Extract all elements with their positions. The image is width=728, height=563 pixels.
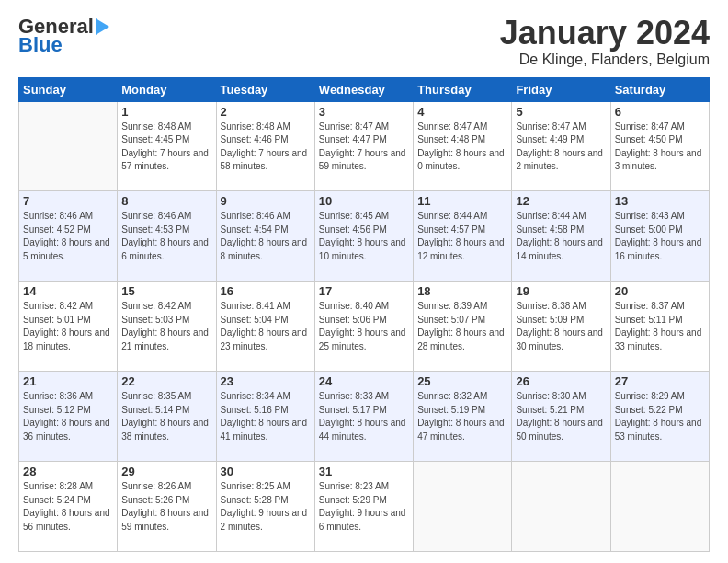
day-number: 11 <box>417 194 507 208</box>
day-number: 20 <box>615 284 705 298</box>
day-number: 1 <box>121 105 211 119</box>
day-number: 7 <box>23 194 113 208</box>
calendar-cell: 8 Sunrise: 8:46 AMSunset: 4:53 PMDayligh… <box>118 191 216 282</box>
calendar-cell: 7 Sunrise: 8:46 AMSunset: 4:52 PMDayligh… <box>19 191 118 282</box>
calendar-title: January 2024 <box>500 15 710 52</box>
calendar-cell: 12 Sunrise: 8:44 AMSunset: 4:58 PMDaylig… <box>512 191 610 282</box>
day-number: 2 <box>221 105 311 119</box>
calendar-cell: 22 Sunrise: 8:35 AMSunset: 5:14 PMDaylig… <box>118 372 216 462</box>
header: General Blue January 2024 De Klinge, Fla… <box>18 15 710 68</box>
day-number: 28 <box>23 465 113 478</box>
day-info: Sunrise: 8:46 AMSunset: 4:54 PMDaylight:… <box>221 211 308 261</box>
day-info: Sunrise: 8:32 AMSunset: 5:19 PMDaylight:… <box>417 391 505 442</box>
calendar-cell: 25 Sunrise: 8:32 AMSunset: 5:19 PMDaylig… <box>414 372 512 462</box>
calendar-week-row: 21 Sunrise: 8:36 AMSunset: 5:12 PMDaylig… <box>19 372 710 462</box>
day-number: 8 <box>121 194 211 208</box>
day-number: 13 <box>615 194 705 208</box>
day-number: 14 <box>23 284 113 298</box>
calendar-body: 1 Sunrise: 8:48 AMSunset: 4:45 PMDayligh… <box>19 101 710 551</box>
day-info: Sunrise: 8:45 AMSunset: 4:56 PMDaylight:… <box>319 211 406 261</box>
calendar-cell: 5 Sunrise: 8:47 AMSunset: 4:49 PMDayligh… <box>512 101 610 191</box>
calendar-cell <box>19 101 118 191</box>
day-number: 21 <box>23 374 113 388</box>
day-info: Sunrise: 8:37 AMSunset: 5:11 PMDaylight:… <box>615 301 702 351</box>
day-number: 4 <box>417 105 507 119</box>
day-number: 27 <box>615 374 705 388</box>
day-number: 26 <box>516 374 606 388</box>
day-info: Sunrise: 8:29 AMSunset: 5:22 PMDaylight:… <box>615 391 702 442</box>
calendar-cell: 20 Sunrise: 8:37 AMSunset: 5:11 PMDaylig… <box>610 282 709 372</box>
day-info: Sunrise: 8:39 AMSunset: 5:07 PMDaylight:… <box>417 301 505 351</box>
day-number: 12 <box>516 194 606 208</box>
calendar-cell: 11 Sunrise: 8:44 AMSunset: 4:57 PMDaylig… <box>414 191 512 282</box>
calendar-cell <box>610 462 709 552</box>
day-info: Sunrise: 8:44 AMSunset: 4:57 PMDaylight:… <box>417 211 505 261</box>
day-number: 23 <box>221 374 311 388</box>
day-info: Sunrise: 8:35 AMSunset: 5:14 PMDaylight:… <box>121 391 209 442</box>
calendar-cell <box>512 462 610 552</box>
calendar-cell: 29 Sunrise: 8:26 AMSunset: 5:26 PMDaylig… <box>118 462 216 552</box>
calendar-cell: 10 Sunrise: 8:45 AMSunset: 4:56 PMDaylig… <box>314 191 413 282</box>
day-number: 18 <box>417 284 507 298</box>
day-number: 10 <box>319 194 409 208</box>
day-info: Sunrise: 8:40 AMSunset: 5:06 PMDaylight:… <box>319 301 406 351</box>
calendar-subtitle: De Klinge, Flanders, Belgium <box>500 52 710 68</box>
calendar-cell: 31 Sunrise: 8:23 AMSunset: 5:29 PMDaylig… <box>314 462 413 552</box>
calendar-cell <box>414 462 512 552</box>
day-number: 9 <box>221 194 311 208</box>
day-number: 3 <box>319 105 409 119</box>
day-number: 17 <box>319 284 409 298</box>
day-info: Sunrise: 8:46 AMSunset: 4:52 PMDaylight:… <box>23 211 110 261</box>
calendar-cell: 16 Sunrise: 8:41 AMSunset: 5:04 PMDaylig… <box>216 282 314 372</box>
day-info: Sunrise: 8:47 AMSunset: 4:50 PMDaylight:… <box>615 121 702 172</box>
page: General Blue January 2024 De Klinge, Fla… <box>0 0 728 563</box>
calendar-cell: 26 Sunrise: 8:30 AMSunset: 5:21 PMDaylig… <box>512 372 610 462</box>
calendar-cell: 19 Sunrise: 8:38 AMSunset: 5:09 PMDaylig… <box>512 282 610 372</box>
day-info: Sunrise: 8:43 AMSunset: 5:00 PMDaylight:… <box>615 211 702 261</box>
day-info: Sunrise: 8:26 AMSunset: 5:26 PMDaylight:… <box>121 481 209 532</box>
calendar-cell: 15 Sunrise: 8:42 AMSunset: 5:03 PMDaylig… <box>118 282 216 372</box>
th-wednesday: Wednesday <box>314 77 413 101</box>
day-number: 30 <box>221 465 311 478</box>
calendar-cell: 1 Sunrise: 8:48 AMSunset: 4:45 PMDayligh… <box>118 101 216 191</box>
day-info: Sunrise: 8:44 AMSunset: 4:58 PMDaylight:… <box>516 211 603 261</box>
day-number: 29 <box>121 465 211 478</box>
calendar-cell: 3 Sunrise: 8:47 AMSunset: 4:47 PMDayligh… <box>314 101 413 191</box>
day-info: Sunrise: 8:46 AMSunset: 4:53 PMDaylight:… <box>121 211 209 261</box>
header-row: Sunday Monday Tuesday Wednesday Thursday… <box>19 77 710 101</box>
calendar-cell: 21 Sunrise: 8:36 AMSunset: 5:12 PMDaylig… <box>19 372 118 462</box>
day-number: 22 <box>121 374 211 388</box>
calendar-cell: 4 Sunrise: 8:47 AMSunset: 4:48 PMDayligh… <box>414 101 512 191</box>
calendar-week-row: 14 Sunrise: 8:42 AMSunset: 5:01 PMDaylig… <box>19 282 710 372</box>
th-thursday: Thursday <box>414 77 512 101</box>
calendar-cell: 13 Sunrise: 8:43 AMSunset: 5:00 PMDaylig… <box>610 191 709 282</box>
day-info: Sunrise: 8:48 AMSunset: 4:45 PMDaylight:… <box>121 121 209 172</box>
calendar-week-row: 1 Sunrise: 8:48 AMSunset: 4:45 PMDayligh… <box>19 101 710 191</box>
day-info: Sunrise: 8:23 AMSunset: 5:29 PMDaylight:… <box>319 481 406 532</box>
th-friday: Friday <box>512 77 610 101</box>
day-number: 15 <box>121 284 211 298</box>
th-sunday: Sunday <box>19 77 118 101</box>
calendar-cell: 30 Sunrise: 8:25 AMSunset: 5:28 PMDaylig… <box>216 462 314 552</box>
day-info: Sunrise: 8:47 AMSunset: 4:48 PMDaylight:… <box>417 121 505 172</box>
th-monday: Monday <box>118 77 216 101</box>
calendar-cell: 14 Sunrise: 8:42 AMSunset: 5:01 PMDaylig… <box>19 282 118 372</box>
day-info: Sunrise: 8:28 AMSunset: 5:24 PMDaylight:… <box>23 481 110 532</box>
day-info: Sunrise: 8:25 AMSunset: 5:28 PMDaylight:… <box>221 481 308 532</box>
day-number: 5 <box>516 105 606 119</box>
calendar-cell: 9 Sunrise: 8:46 AMSunset: 4:54 PMDayligh… <box>216 191 314 282</box>
calendar-cell: 23 Sunrise: 8:34 AMSunset: 5:16 PMDaylig… <box>216 372 314 462</box>
day-number: 25 <box>417 374 507 388</box>
calendar-cell: 2 Sunrise: 8:48 AMSunset: 4:46 PMDayligh… <box>216 101 314 191</box>
day-info: Sunrise: 8:41 AMSunset: 5:04 PMDaylight:… <box>221 301 308 351</box>
day-number: 16 <box>221 284 311 298</box>
calendar-cell: 28 Sunrise: 8:28 AMSunset: 5:24 PMDaylig… <box>19 462 118 552</box>
calendar-cell: 24 Sunrise: 8:33 AMSunset: 5:17 PMDaylig… <box>314 372 413 462</box>
title-block: January 2024 De Klinge, Flanders, Belgiu… <box>500 15 710 68</box>
day-info: Sunrise: 8:36 AMSunset: 5:12 PMDaylight:… <box>23 391 110 442</box>
day-info: Sunrise: 8:33 AMSunset: 5:17 PMDaylight:… <box>319 391 406 442</box>
day-info: Sunrise: 8:47 AMSunset: 4:47 PMDaylight:… <box>319 121 406 172</box>
day-number: 24 <box>319 374 409 388</box>
calendar-cell: 27 Sunrise: 8:29 AMSunset: 5:22 PMDaylig… <box>610 372 709 462</box>
calendar-table: Sunday Monday Tuesday Wednesday Thursday… <box>18 77 710 552</box>
